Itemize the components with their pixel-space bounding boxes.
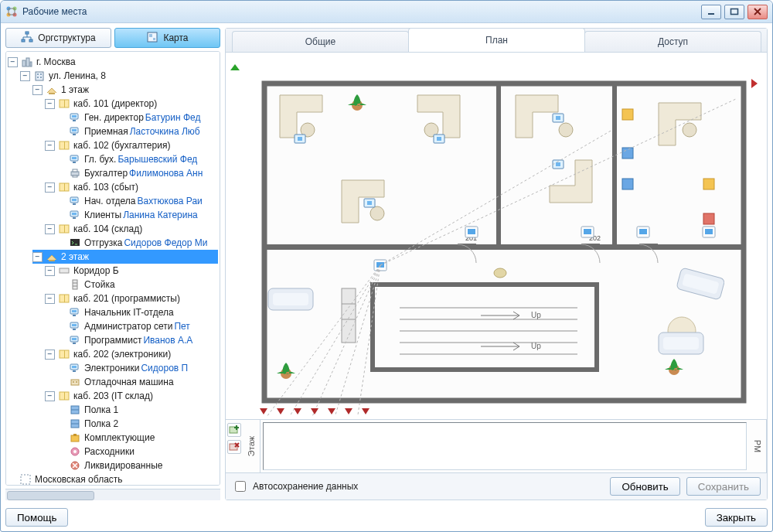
person-link[interactable]: Батурин Фед xyxy=(145,112,201,123)
tree-toggle-icon[interactable]: − xyxy=(45,99,55,109)
svg-rect-11 xyxy=(153,38,155,40)
svg-rect-12 xyxy=(22,60,26,66)
tree-row[interactable]: −каб. 102 (бухгалтерия) xyxy=(45,138,218,152)
svg-rect-105 xyxy=(342,288,356,343)
tree-row[interactable]: Отгрузка Сидоров Федор Ми xyxy=(57,236,218,250)
tree-row[interactable]: −каб. 201 (программисты) xyxy=(45,292,218,305)
person-link[interactable]: Ланина Катерина xyxy=(123,210,198,220)
room-icon xyxy=(58,223,70,235)
person-link[interactable]: Барышевский Фед xyxy=(117,154,197,165)
tree-row[interactable]: −г. Москва xyxy=(8,55,218,69)
tree-row[interactable]: Клиенты Ланина Катерина xyxy=(57,208,218,222)
save-button[interactable]: Сохранить xyxy=(686,477,761,496)
tree-row[interactable]: Начальник IT-отдела xyxy=(57,305,218,319)
tree-row[interactable]: Нач. отдела Вахтюкова Раи xyxy=(57,194,218,208)
pc-icon xyxy=(69,125,81,138)
person-link[interactable]: Сидоров П xyxy=(141,363,188,373)
svg-rect-57 xyxy=(72,310,77,312)
tree-label: Полка 2 xyxy=(83,418,120,429)
tree-label: ул. Ленина, 8 xyxy=(47,70,107,81)
tree-toggle-icon[interactable]: − xyxy=(8,57,18,67)
tab-common[interactable]: Общие xyxy=(232,31,409,52)
pc-icon xyxy=(69,306,81,319)
tab-plan[interactable]: План xyxy=(408,28,585,52)
tree-toggle-icon[interactable]: − xyxy=(45,266,55,276)
tree-row[interactable]: Программист Иванов А.А xyxy=(57,333,218,347)
tree-row[interactable]: −Коридор Б xyxy=(45,264,218,278)
tree-view[interactable]: −г. Москва−ул. Ленина, 8−1 этаж−каб. 101… xyxy=(5,51,220,486)
remove-layer-icon[interactable] xyxy=(227,440,241,454)
pc-icon xyxy=(69,111,81,124)
tree-horizontal-scrollbar[interactable] xyxy=(5,489,220,500)
svg-rect-4 xyxy=(708,13,714,15)
add-layer-icon[interactable] xyxy=(227,423,241,437)
tab-access[interactable]: Доступ xyxy=(584,31,761,52)
tree-toggle-icon[interactable]: − xyxy=(45,350,55,360)
floor-icon xyxy=(46,84,58,96)
tree-row[interactable]: Приемная Ласточкина Люб xyxy=(57,124,218,138)
mini-canvas[interactable] xyxy=(263,422,747,470)
person-link[interactable]: Вахтюкова Раи xyxy=(137,196,202,206)
tree-toggle-icon[interactable]: − xyxy=(32,252,43,262)
tree-label: Коридор Б xyxy=(72,265,121,276)
tree-toggle-none xyxy=(57,420,66,428)
person-link[interactable]: Пет xyxy=(174,321,189,332)
person-link[interactable]: Филимонова Анн xyxy=(129,168,203,179)
tree-row[interactable]: Гл. бух. Барышевский Фед xyxy=(57,152,218,166)
person-link[interactable]: Ласточкина Люб xyxy=(130,126,200,137)
tree-row[interactable]: Отладочная машина xyxy=(57,375,218,389)
help-button[interactable]: Помощь xyxy=(5,508,68,527)
svg-rect-32 xyxy=(73,162,76,163)
tree-row[interactable]: Полка 1 xyxy=(57,403,218,417)
svg-rect-7 xyxy=(22,39,25,42)
tree-toggle-icon[interactable]: − xyxy=(20,71,30,81)
svg-rect-20 xyxy=(49,93,55,94)
tree-row[interactable]: Ликвидированные xyxy=(57,459,218,472)
close-window-button[interactable]: Закрыть xyxy=(705,508,768,527)
tree-toggle-icon[interactable]: − xyxy=(45,294,55,304)
toggle-orgstructure[interactable]: Оргструктура xyxy=(5,28,111,48)
tree-row[interactable]: −каб. 203 (IT склад) xyxy=(45,389,218,403)
svg-rect-54 xyxy=(64,295,65,302)
tree-row[interactable]: Комплектующие xyxy=(57,431,218,445)
close-button[interactable] xyxy=(747,5,768,19)
tree-row[interactable]: Полка 2 xyxy=(57,417,218,431)
org-icon xyxy=(21,31,33,46)
person-link[interactable]: Сидоров Федор Ми xyxy=(124,237,207,248)
tree-label: каб. 102 (бухгалтерия) xyxy=(72,140,172,151)
person-link[interactable]: Иванов А.А xyxy=(143,335,192,346)
maximize-button[interactable] xyxy=(724,5,744,19)
tree-row[interactable]: −2 этаж xyxy=(32,250,218,264)
tree-row[interactable]: Бухгалтер Филимонова Анн xyxy=(57,166,218,180)
toggle-map[interactable]: Карта xyxy=(114,28,220,48)
tree-row[interactable]: −каб. 103 (сбыт) xyxy=(45,180,218,194)
tree-toggle-icon[interactable]: − xyxy=(45,391,55,401)
tree-row[interactable]: −1 этаж xyxy=(32,83,218,97)
autosave-checkbox[interactable]: Автосохранение данных xyxy=(232,479,358,494)
tree-row[interactable]: −каб. 104 (склад) xyxy=(45,222,218,236)
minimize-button[interactable] xyxy=(701,5,721,19)
tree-toggle-icon[interactable]: − xyxy=(32,85,43,95)
tree-row[interactable]: Ген. директор Батурин Фед xyxy=(57,111,218,124)
shelf-icon xyxy=(69,418,81,430)
tree-row[interactable]: −каб. 202 (электроники) xyxy=(45,347,218,361)
tree-toggle-none xyxy=(57,197,66,206)
tree-toggle-icon[interactable]: − xyxy=(45,141,55,151)
floor-plan-canvas[interactable]: Up Up xyxy=(226,53,767,419)
svg-rect-28 xyxy=(72,129,77,131)
svg-rect-14 xyxy=(30,62,32,66)
tree-toggle-icon[interactable]: − xyxy=(45,224,55,234)
tree-label: Ген. директор xyxy=(83,112,145,123)
tree-row[interactable]: Администратор сети Пет xyxy=(57,319,218,333)
tree-toggle-icon[interactable]: − xyxy=(45,182,55,193)
refresh-button[interactable]: Обновить xyxy=(610,477,679,496)
tree-row[interactable]: −ул. Ленина, 8 xyxy=(20,69,218,83)
autosave-input[interactable] xyxy=(235,481,246,492)
room-icon xyxy=(58,348,70,360)
tree-row[interactable]: Стойка xyxy=(57,278,218,292)
tree-row[interactable]: Московская область xyxy=(8,472,218,486)
tree-row[interactable]: −каб. 101 (директор) xyxy=(45,97,218,111)
tree-row[interactable]: Электроники Сидоров П xyxy=(57,361,218,375)
tree-row[interactable]: Расходники xyxy=(57,445,218,459)
svg-rect-5 xyxy=(731,9,738,15)
